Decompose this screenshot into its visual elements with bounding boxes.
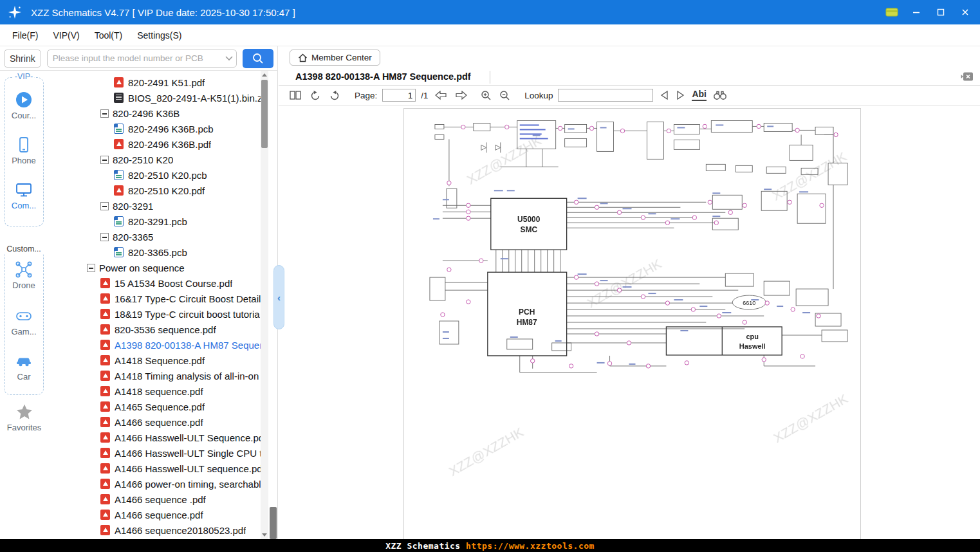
tree-item-label: 820-3365 [113, 232, 153, 243]
tree-item[interactable]: 820-2510 K20.pcb [48, 167, 261, 183]
tree-item[interactable]: Power on sequence [48, 260, 261, 275]
tree-item[interactable]: A1466 sequence.pdf [48, 507, 261, 522]
tree-item[interactable]: 820-3536 sequence.pdf [48, 322, 261, 337]
tree-scrollbar[interactable] [261, 71, 268, 539]
shrink-button[interactable]: Shrink [4, 50, 41, 68]
tree-item[interactable]: A1465 Sequence.pdf [48, 399, 261, 414]
tree-item[interactable]: 820-2496 K36B.pcb [48, 121, 261, 136]
collapse-minus-icon[interactable] [100, 233, 109, 241]
close-button[interactable] [958, 5, 972, 19]
tree-item[interactable]: A1418 Timing analysis of all-in-on [48, 368, 261, 383]
file-type-icon [114, 216, 124, 226]
sidebar-item-course[interactable]: Cour... [5, 91, 43, 120]
collapse-minus-icon[interactable] [100, 202, 109, 210]
tree-item[interactable]: 820-2496 K36B.pdf [48, 136, 261, 152]
tree-item[interactable]: BIOS_820-2491-A-K51(1).bin.zip [48, 90, 261, 106]
sidebar-item-car[interactable]: Car [5, 352, 43, 382]
play-circle-icon [15, 91, 33, 109]
file-type-icon [100, 494, 110, 504]
collapse-minus-icon[interactable] [87, 264, 95, 272]
tree-item[interactable]: 820-2510 K20.pdf [48, 183, 261, 198]
menu-vip[interactable]: VIP(V) [50, 29, 82, 42]
rotate-left-button[interactable] [308, 89, 322, 102]
tree-item[interactable]: A1466 sequence .pdf [48, 492, 261, 507]
zoom-out-button[interactable] [498, 89, 512, 102]
zoom-in-button[interactable] [479, 89, 493, 102]
sidebar-item-label: Favorites [7, 423, 41, 432]
scroll-up-arrow-icon[interactable] [261, 71, 268, 79]
tree-list: 820-2491 K51.pdf BIOS_820-2491-A-K51(1).… [48, 75, 261, 538]
tree-item[interactable]: 820-3291 [48, 198, 261, 214]
tree-item[interactable]: 820-2510 K20 [48, 152, 261, 167]
file-type-icon [114, 185, 124, 196]
tree-item[interactable]: 16&17 Type-C Circuit Boost Detaile [48, 291, 261, 306]
tree-item-label: 820-2510 K20.pcb [128, 170, 207, 181]
search-all-button[interactable] [712, 89, 728, 102]
tree-item[interactable]: 15 A1534 Boost Course.pdf [48, 275, 261, 291]
sidebar-item-favorites[interactable]: Favorites [0, 403, 48, 432]
close-document-button[interactable] [961, 71, 974, 84]
find-next-button[interactable] [675, 89, 687, 102]
tree-item[interactable]: 820-2491 K51.pdf [48, 75, 261, 90]
sidebar-item-games[interactable]: Gam... [5, 307, 43, 336]
sidebar-item-label: Car [17, 372, 31, 382]
vip-card-icon[interactable] [885, 5, 899, 19]
tree-item[interactable]: A1466 Hasswell-ULT Sequence.pdf [48, 430, 261, 445]
tree-item[interactable]: A1418 Sequence.pdf [48, 353, 261, 368]
schematic-drawing: XZZ@XZZHK XZZ@XZZHK XZZ@XZZHK XZZ@XZZHK … [404, 109, 860, 539]
panel-splitter-handle[interactable]: ‹ [273, 265, 284, 329]
member-center-button[interactable]: Member Center [290, 50, 380, 66]
chevron-down-icon[interactable] [222, 56, 236, 61]
tree-item[interactable]: A1466 sequence20180523.pdf [48, 522, 261, 538]
minimize-button[interactable] [909, 5, 923, 19]
menu-settings[interactable]: Settings(S) [134, 29, 184, 42]
file-tree-panel: 820-2491 K51.pdf BIOS_820-2491-A-K51(1).… [48, 71, 278, 539]
page-number-input[interactable] [382, 89, 416, 102]
menu-file[interactable]: File(F) [10, 29, 41, 42]
tree-item[interactable]: A1418 sequence.pdf [48, 383, 261, 399]
tree-item[interactable]: 820-2496 K36B [48, 106, 261, 121]
file-type-icon [100, 432, 110, 443]
collapse-minus-icon[interactable] [100, 109, 109, 118]
tree-item[interactable]: A1466 power-on timing, searchabl [48, 476, 261, 492]
rotate-right-button[interactable] [328, 89, 342, 102]
tree-item-label: 820-2496 K36B.pcb [128, 124, 214, 134]
watermark: XZZ@XZZHK [464, 133, 544, 187]
find-previous-button[interactable] [658, 89, 670, 102]
tree-item[interactable]: 820-3365 [48, 229, 261, 244]
tree-item[interactable]: A1466 Hasswell-ULT sequence.pdf [48, 461, 261, 476]
file-type-icon [100, 355, 110, 365]
lookup-input[interactable] [558, 89, 653, 102]
model-search-combobox[interactable] [47, 50, 237, 68]
two-page-view-button[interactable] [288, 89, 303, 102]
sidebar-item-computer[interactable]: Com... [5, 181, 43, 210]
window-title: XZZ Schematics V4.77 [ VIP Due date: 202… [31, 7, 295, 18]
file-type-icon [100, 463, 110, 474]
collapse-minus-icon[interactable] [100, 156, 109, 164]
tree-item[interactable]: A1466 sequence.pdf [48, 414, 261, 430]
outer-scrollbar-thumb[interactable] [270, 507, 277, 539]
tree-item-label: A1466 sequence.pdf [115, 417, 203, 428]
previous-page-button[interactable] [433, 89, 448, 102]
pdf-viewer[interactable]: XZZ@XZZHK XZZ@XZZHK XZZ@XZZHK XZZ@XZZHK … [279, 106, 980, 539]
tree-item[interactable]: 820-3365.pcb [48, 244, 261, 260]
document-tab[interactable]: A1398 820-00138-A HM87 Sequence.pdf [295, 71, 471, 82]
menu-tool[interactable]: Tool(T) [92, 29, 125, 42]
tree-item[interactable]: 820-3291.pcb [48, 214, 261, 229]
match-case-toggle[interactable]: Abi [692, 89, 707, 100]
car-icon [15, 352, 33, 370]
tree-scrollbar-thumb[interactable] [261, 80, 268, 148]
model-search-input[interactable] [48, 53, 222, 63]
next-page-button[interactable] [454, 89, 469, 102]
scroll-down-arrow-icon[interactable] [261, 531, 268, 539]
lookup-label: Lookup [524, 91, 553, 100]
search-button[interactable] [243, 49, 273, 68]
sidebar-item-drone[interactable]: Drone [5, 261, 43, 290]
tree-item[interactable]: A1398 820-00138-A HM87 Sequen [48, 337, 261, 353]
page-total-label: /1 [421, 91, 428, 100]
maximize-button[interactable] [934, 5, 948, 19]
tree-item[interactable]: 18&19 Type-C circuit boost tutoria [48, 306, 261, 322]
file-type-icon [114, 93, 124, 103]
sidebar-item-phone[interactable]: Phone [5, 136, 43, 165]
tree-item[interactable]: A1466 Hasswell-ULT Single CPU tir [48, 445, 261, 461]
